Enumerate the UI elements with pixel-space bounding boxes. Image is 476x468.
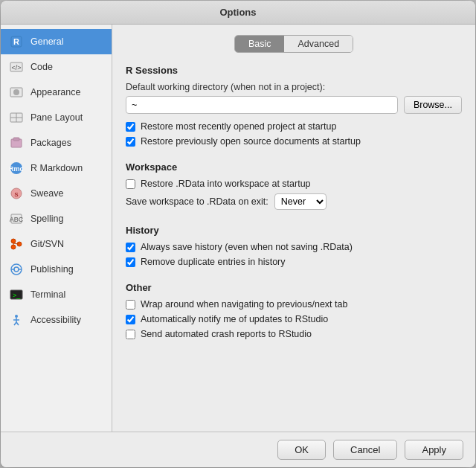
svg-text:ABC: ABC [10, 216, 23, 223]
r-sessions-title: R Sessions [126, 65, 462, 76]
terminal-icon: >_ [8, 286, 25, 303]
wrap-checkbox[interactable] [126, 300, 135, 310]
restore-rdata-checkbox[interactable] [126, 179, 135, 189]
restore-project-label: Restore most recently opened project at … [141, 121, 336, 132]
save-workspace-row: Save workspace to .RData on exit: Never … [126, 193, 462, 210]
sidebar-label-code: Code [30, 62, 53, 72]
tab-group: Basic Advanced [234, 35, 353, 53]
wrap-label: Wrap around when navigating to previous/… [141, 299, 347, 310]
sidebar-label-appearance: Appearance [30, 87, 80, 97]
footer: OK Cancel Apply [1, 432, 475, 467]
send-crash-label: Send automated crash reports to RStudio [141, 329, 312, 339]
general-icon: R [8, 33, 25, 50]
other-section: Other Wrap around when navigating to pre… [126, 282, 462, 344]
dir-label: Default working directory (when not in a… [126, 82, 462, 92]
main-panel: Basic Advanced R Sessions Default workin… [112, 25, 475, 432]
r-sessions-section: R Sessions Default working directory (wh… [126, 65, 462, 151]
svg-text:Rmd: Rmd [10, 165, 23, 173]
code-icon: </> [8, 59, 25, 75]
sidebar-item-packages[interactable]: Packages [1, 130, 112, 156]
apply-button[interactable]: Apply [405, 440, 463, 460]
sidebar-item-sweave[interactable]: S Sweave [1, 181, 112, 206]
svg-rect-10 [13, 138, 19, 141]
svg-point-19 [11, 245, 16, 249]
sidebar-item-general[interactable]: R General [1, 29, 112, 54]
restore-project-checkbox[interactable] [126, 122, 135, 132]
restore-rdata-row: Restore .RData into workspace at startup [126, 179, 462, 189]
sidebar-label-packages: Packages [30, 138, 71, 148]
sidebar-item-accessibility[interactable]: Accessibility [1, 307, 112, 333]
tab-basic[interactable]: Basic [235, 36, 285, 52]
remove-duplicates-row: Remove duplicate entries in history [126, 257, 462, 267]
packages-icon [8, 135, 25, 151]
always-save-history-checkbox[interactable] [126, 243, 135, 252]
pane-layout-icon [8, 109, 25, 126]
sidebar-label-general: General [30, 36, 63, 47]
svg-point-17 [11, 239, 16, 243]
workspace-section: Workspace Restore .RData into workspace … [126, 161, 462, 214]
svg-text:R: R [13, 37, 19, 46]
send-crash-row: Send automated crash reports to RStudio [126, 329, 462, 339]
sidebar: R General </> Code [1, 25, 112, 432]
ok-button[interactable]: OK [277, 440, 326, 460]
sidebar-label-publishing: Publishing [30, 264, 74, 275]
window-title: Options [219, 7, 256, 18]
wrap-row: Wrap around when navigating to previous/… [126, 299, 462, 310]
remove-duplicates-checkbox[interactable] [126, 257, 135, 267]
sidebar-label-pane-layout: Pane Layout [30, 112, 83, 123]
restore-project-row: Restore most recently opened project at … [126, 121, 462, 132]
sidebar-item-r-markdown[interactable]: Rmd R Markdown [1, 156, 112, 181]
sweave-icon: S [8, 185, 25, 202]
history-section: History Always save history (even when n… [126, 225, 462, 272]
sidebar-item-appearance[interactable]: Appearance [1, 80, 112, 105]
browse-button[interactable]: Browse... [404, 96, 462, 114]
other-title: Other [126, 282, 462, 293]
save-workspace-label: Save workspace to .RData on exit: [126, 196, 268, 207]
send-crash-checkbox[interactable] [126, 330, 135, 339]
tab-bar: Basic Advanced [126, 35, 462, 53]
sidebar-label-r-markdown: R Markdown [30, 163, 83, 173]
svg-point-28 [15, 315, 18, 318]
notify-updates-checkbox[interactable] [126, 315, 135, 324]
restore-docs-checkbox[interactable] [126, 137, 135, 147]
svg-text:</>: </> [11, 64, 21, 71]
accessibility-icon [8, 312, 25, 328]
content-area: R General </> Code [1, 25, 475, 432]
sidebar-item-terminal[interactable]: >_ Terminal [1, 282, 112, 307]
sidebar-label-accessibility: Accessibility [30, 315, 81, 325]
sidebar-label-sweave: Sweave [30, 188, 63, 199]
spelling-icon: ABC [8, 211, 25, 227]
svg-text:S: S [14, 191, 18, 198]
dir-input[interactable] [126, 96, 398, 114]
svg-line-32 [16, 322, 19, 325]
sidebar-item-spelling[interactable]: ABC Spelling [1, 206, 112, 231]
sidebar-item-git-svn[interactable]: Git/SVN [1, 231, 112, 257]
sidebar-label-spelling: Spelling [30, 214, 63, 224]
svg-point-5 [13, 89, 19, 95]
notify-updates-row: Automatically notify me of updates to RS… [126, 314, 462, 324]
restore-docs-row: Restore previously open source documents… [126, 136, 462, 147]
publishing-icon [8, 261, 25, 278]
appearance-icon [8, 84, 25, 100]
sidebar-label-git-svn: Git/SVN [30, 239, 64, 249]
svg-text:>_: >_ [13, 292, 21, 299]
r-markdown-icon: Rmd [8, 160, 25, 176]
sidebar-item-publishing[interactable]: Publishing [1, 257, 112, 282]
git-svn-icon [8, 236, 25, 252]
remove-duplicates-label: Remove duplicate entries in history [141, 257, 286, 267]
restore-rdata-label: Restore .RData into workspace at startup [141, 179, 311, 189]
dir-row: Browse... [126, 96, 462, 114]
workspace-title: Workspace [126, 161, 462, 173]
always-save-history-label: Always save history (even when not savin… [141, 242, 353, 252]
sidebar-item-pane-layout[interactable]: Pane Layout [1, 105, 112, 130]
svg-point-23 [14, 267, 19, 272]
title-bar: Options [1, 1, 475, 25]
history-title: History [126, 225, 462, 236]
cancel-button[interactable]: Cancel [333, 440, 397, 460]
tab-advanced[interactable]: Advanced [284, 36, 353, 52]
restore-docs-label: Restore previously open source documents… [141, 136, 361, 147]
sidebar-item-code[interactable]: </> Code [1, 54, 112, 80]
save-workspace-select[interactable]: Never Always Ask [274, 193, 327, 210]
options-window: Options R General </> [1, 1, 475, 467]
always-save-history-row: Always save history (even when not savin… [126, 242, 462, 252]
